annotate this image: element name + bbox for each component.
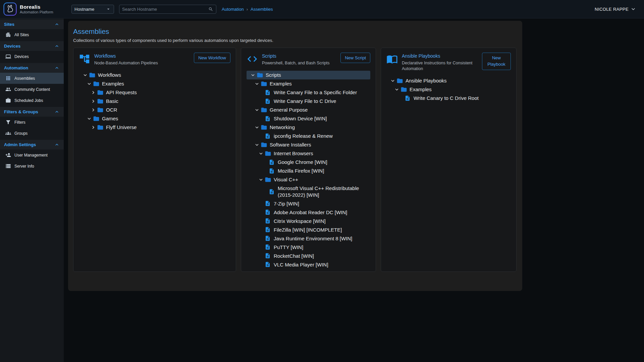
chevron-right-icon[interactable] (90, 124, 97, 130)
scripts-panel: Scripts Powershell, Batch, and Bash Scri… (241, 48, 376, 272)
tree-file-item[interactable]: VLC Media Player [WIN] (247, 260, 370, 269)
tree-folder-item[interactable]: OCR (79, 106, 230, 114)
tree-file-item[interactable]: ipconfig Release & Renew (247, 132, 370, 140)
sidebar-item-filters[interactable]: Filters (0, 117, 64, 128)
tree-file-item[interactable]: Java Runtime Environment 8 [WIN] (247, 234, 370, 243)
chevron-down-icon[interactable] (393, 86, 400, 93)
sidebar-item-devices[interactable]: Devices (0, 51, 64, 62)
breadcrumb: Automation › Assemblies (222, 7, 273, 12)
tree-folder-item[interactable]: General Purpose (247, 106, 370, 114)
sidebar-item-scheduled-jobs[interactable]: Scheduled Jobs (0, 95, 64, 106)
chevron-up-icon[interactable] (54, 43, 60, 49)
tree-folder-item[interactable]: Scripts (247, 71, 370, 79)
chevron-down-icon[interactable] (257, 150, 265, 157)
chevron-down-icon[interactable] (253, 107, 261, 113)
tree-folder-item[interactable]: Visual C++ (247, 175, 370, 184)
tree-file-item[interactable]: Write Canary File to a Specific Folder (247, 88, 370, 97)
file-icon (269, 189, 276, 195)
chevron-up-icon[interactable] (54, 142, 60, 147)
sidebar-item-assemblies[interactable]: Assemblies (0, 73, 64, 84)
hostname-select[interactable]: Hostname (71, 5, 114, 14)
tree-folder-item[interactable]: API Requests (79, 88, 230, 97)
sidebar-section-automation[interactable]: Automation (0, 63, 64, 73)
sidebar: SitesAll SitesDevicesDevicesAutomationAs… (0, 18, 64, 362)
sidebar-item-user-management[interactable]: User Management (0, 149, 64, 161)
sidebar-item-server-info[interactable]: Server Info (0, 161, 64, 172)
folder-icon (97, 107, 104, 113)
tree-folder-item[interactable]: Examples (386, 85, 511, 94)
tree-folder-item[interactable]: Networking (247, 123, 370, 132)
tree-folder-item[interactable]: Software Installers (247, 140, 370, 149)
tree-file-item[interactable]: Write Canary File to C Drive (247, 97, 370, 106)
user-management-icon (5, 152, 11, 158)
tree-item-label: Java Runtime Environment 8 [WIN] (274, 235, 369, 243)
tree-folder-item[interactable]: Internet Browsers (247, 149, 370, 158)
chevron-up-icon[interactable] (54, 109, 60, 115)
tree-file-item[interactable]: RocketChat [WIN] (247, 251, 370, 260)
chevron-right-icon[interactable] (90, 98, 97, 104)
sites-icon (5, 32, 11, 38)
tree-item-label: Mozilla Firefox [WIN] (278, 167, 369, 175)
chevron-right-icon[interactable] (90, 107, 97, 113)
new-playbook-button[interactable]: New Playbook (482, 53, 511, 70)
sidebar-item-all-sites[interactable]: All Sites (0, 29, 64, 40)
tree-folder-item[interactable]: Workflows (79, 71, 230, 79)
search-icon[interactable] (208, 7, 213, 12)
chevron-down-icon[interactable] (86, 81, 93, 87)
sidebar-section-devices[interactable]: Devices (0, 41, 64, 51)
tree-item-label: 7-Zip [WIN] (274, 200, 369, 208)
chevron-right-icon[interactable] (90, 89, 97, 96)
new-script-button[interactable]: New Script (340, 53, 370, 63)
tree-folder-item[interactable]: Basic (79, 97, 230, 106)
tree-item-label: Shutdown Device [WIN] (274, 115, 369, 123)
chevron-up-icon[interactable] (54, 65, 60, 71)
sidebar-section-filters-groups[interactable]: Filters & Groups (0, 107, 64, 117)
folder-icon (400, 86, 408, 93)
tree-folder-item[interactable]: Ansible Playbooks (386, 76, 511, 85)
tree-file-item[interactable]: 7-Zip [WIN] (247, 199, 370, 208)
chevron-down-icon[interactable] (253, 142, 261, 148)
chevron-up-icon[interactable] (54, 21, 60, 27)
tree-file-item[interactable]: PuTTY [WIN] (247, 243, 370, 251)
tree-file-item[interactable]: Citrix Workspace [WIN] (247, 217, 370, 225)
tree-file-item[interactable]: Google Chrome [WIN] (247, 158, 370, 167)
sidebar-section-admin-settings[interactable]: Admin Settings (0, 140, 64, 149)
chevron-down-icon[interactable] (253, 81, 261, 87)
folder-icon (261, 107, 268, 113)
new-workflow-button[interactable]: New Workflow (194, 53, 230, 63)
tree-folder-item[interactable]: Examples (79, 79, 230, 88)
tree-folder-item[interactable]: Flyff Universe (79, 123, 230, 132)
tree-item-label: General Purpose (270, 106, 369, 114)
tree-file-item[interactable]: Microsoft Visual C++ Redistributable (20… (247, 184, 370, 199)
chevron-down-icon[interactable] (82, 72, 89, 78)
tree-item-label: Internet Browsers (274, 149, 369, 158)
breadcrumb-separator: › (247, 7, 248, 12)
chevron-down-icon[interactable] (389, 78, 396, 84)
tree-item-label: Workflows (98, 71, 229, 79)
search-input[interactable] (122, 7, 208, 12)
folder-icon (257, 72, 264, 78)
tree-file-item[interactable]: Adobe Acrobat Reader DC [WIN] (247, 208, 370, 217)
workflow-icon (79, 53, 90, 65)
sidebar-item-community-content[interactable]: Community Content (0, 84, 64, 95)
folder-icon (97, 89, 104, 96)
tree-file-item[interactable]: Shutdown Device [WIN] (247, 114, 370, 123)
sidebar-item-label: Devices (14, 54, 29, 59)
chevron-down-icon[interactable] (253, 124, 261, 130)
tree-file-item[interactable]: Mozilla Firefox [WIN] (247, 167, 370, 175)
sidebar-section-sites[interactable]: Sites (0, 19, 64, 29)
brand-text: Borealis Automation Platform (20, 4, 53, 14)
breadcrumb-automation[interactable]: Automation (222, 7, 244, 12)
tree-folder-item[interactable]: Examples (247, 79, 370, 88)
breadcrumb-assemblies[interactable]: Assemblies (251, 7, 273, 12)
tree-file-item[interactable]: Write Canary to C Drive Root (386, 94, 511, 103)
sidebar-item-groups[interactable]: Groups (0, 128, 64, 139)
chevron-down-icon[interactable] (249, 72, 257, 78)
user-menu[interactable]: NICOLE RAPPE (595, 6, 637, 12)
tree-folder-item[interactable]: Games (79, 114, 230, 123)
brand-name: Borealis (20, 4, 53, 10)
chevron-down-icon[interactable] (257, 177, 265, 183)
chevron-down-icon[interactable] (86, 116, 93, 122)
tree-file-item[interactable]: FileZilla [WIN] [INCOMPLETE] (247, 225, 370, 234)
folder-icon (261, 80, 268, 87)
